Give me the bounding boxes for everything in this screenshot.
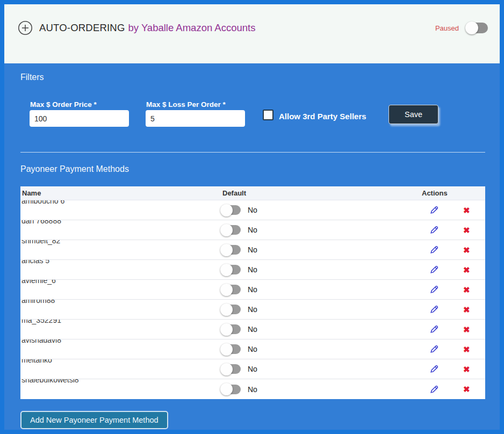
add-payment-method-button[interactable]: Add New Payoneer Payment Method [20,411,168,429]
default-toggle[interactable] [221,265,241,274]
save-button[interactable]: Save [388,105,438,124]
payment-method-name: shalebulkowetsi8 [21,379,79,384]
section-divider [20,152,485,153]
page-subtitle: by Yaballe Amazon Accounts [128,22,256,34]
table-row: amirom88 No ✖ [20,300,485,320]
toggle-knob [220,343,233,356]
plus-circle-icon[interactable] [18,20,33,35]
paused-toggle[interactable] [466,23,488,33]
toggle-knob [220,204,233,216]
pencil-icon[interactable] [429,245,439,255]
default-state-label: No [248,305,257,314]
pencil-icon[interactable] [429,364,439,374]
max-loss-per-order-label: Max $ Loss Per Order * [146,100,226,108]
toggle-knob [220,264,233,276]
table-row: shalebulkowetsi8 No ✖ [20,379,485,399]
default-state-label: No [248,345,257,353]
payment-method-name: meitariko [21,359,52,364]
delete-x-icon[interactable]: ✖ [463,286,470,294]
delete-x-icon[interactable]: ✖ [463,345,470,353]
toggle-knob [465,21,478,34]
table-row: amiboucho 6 No ✖ [20,200,485,220]
toggle-knob [220,244,233,256]
default-toggle[interactable] [221,205,241,215]
pencil-icon[interactable] [429,344,439,354]
delete-x-icon[interactable]: ✖ [463,246,470,254]
default-toggle[interactable] [221,385,241,394]
max-loss-per-order-input[interactable] [146,110,245,127]
payment-method-name: ariclas 5 [21,260,49,265]
delete-x-icon[interactable]: ✖ [463,266,470,274]
payment-method-name: amiboucho 6 [21,200,64,205]
paused-label: Paused [435,24,459,32]
delete-x-icon[interactable]: ✖ [463,206,470,214]
filters-section-title: Filters [20,73,44,82]
default-toggle[interactable] [221,364,241,374]
payment-methods-section-title: Payoneer Payment Methods [20,164,129,174]
delete-x-icon[interactable]: ✖ [463,306,470,314]
toggle-knob [220,383,233,395]
default-state-label: No [248,245,257,254]
table-row: avishadavi8 No ✖ [20,339,485,359]
default-state-label: No [248,285,257,294]
payment-method-name: aviemle_6 [21,280,56,285]
table-row: aviemle_6 No ✖ [20,280,485,300]
toggle-knob [220,303,233,316]
payment-method-name: dan 768888 [21,220,61,225]
table-row: ariclas 5 No ✖ [20,260,485,280]
table-row: meitariko No ✖ [20,359,485,379]
column-header-actions: Actions [422,189,485,197]
delete-x-icon[interactable]: ✖ [463,385,470,393]
toggle-knob [220,363,233,375]
table-row: shmuelt_82 No ✖ [20,240,485,260]
payment-method-name: ma_352291 [21,320,61,324]
default-state-label: No [248,226,257,234]
payment-methods-table: Name Default Actions amiboucho 6 No ✖ da… [20,186,485,399]
toggle-knob [220,323,233,336]
default-toggle[interactable] [221,225,241,235]
pencil-icon[interactable] [429,324,439,334]
default-toggle[interactable] [221,324,241,334]
default-toggle[interactable] [221,245,241,255]
table-row: ma_352291 No ✖ [20,320,485,339]
page-title: AUTO-ORDERING [39,22,125,34]
max-order-price-label: Max $ Order Price * [30,100,97,108]
table-header: Name Default Actions [20,186,485,200]
pencil-icon[interactable] [429,285,439,294]
default-state-label: No [248,325,257,334]
toggle-knob [220,284,233,296]
column-header-default: Default [221,189,422,197]
auto-ordering-widget: AUTO-ORDERING by Yaballe Amazon Accounts… [4,4,500,430]
default-toggle[interactable] [221,305,241,314]
default-state-label: No [248,385,257,394]
default-toggle[interactable] [221,344,241,354]
default-state-label: No [248,206,257,214]
pencil-icon[interactable] [429,225,439,235]
pencil-icon[interactable] [429,265,439,274]
delete-x-icon[interactable]: ✖ [463,226,470,234]
delete-x-icon[interactable]: ✖ [463,326,470,334]
table-row: dan 768888 No ✖ [20,220,485,240]
default-toggle[interactable] [221,285,241,294]
header: AUTO-ORDERING by Yaballe Amazon Accounts… [4,4,500,63]
payment-method-name: avishadavi8 [21,339,61,344]
max-order-price-input[interactable] [30,110,129,127]
column-header-name: Name [20,189,221,197]
allow-3rd-party-checkbox[interactable] [263,110,273,120]
default-state-label: No [248,365,257,373]
pencil-icon[interactable] [429,385,439,394]
pencil-icon[interactable] [429,205,439,215]
allow-3rd-party-label: Allow 3rd Party Sellers [279,112,366,121]
main-panel: Filters Max $ Order Price * Max $ Loss P… [4,63,500,430]
pencil-icon[interactable] [429,305,439,314]
payment-method-name: amirom88 [21,300,55,305]
toggle-knob [220,224,233,236]
delete-x-icon[interactable]: ✖ [463,365,470,373]
default-state-label: No [248,265,257,274]
payment-method-name: shmuelt_82 [21,240,60,245]
